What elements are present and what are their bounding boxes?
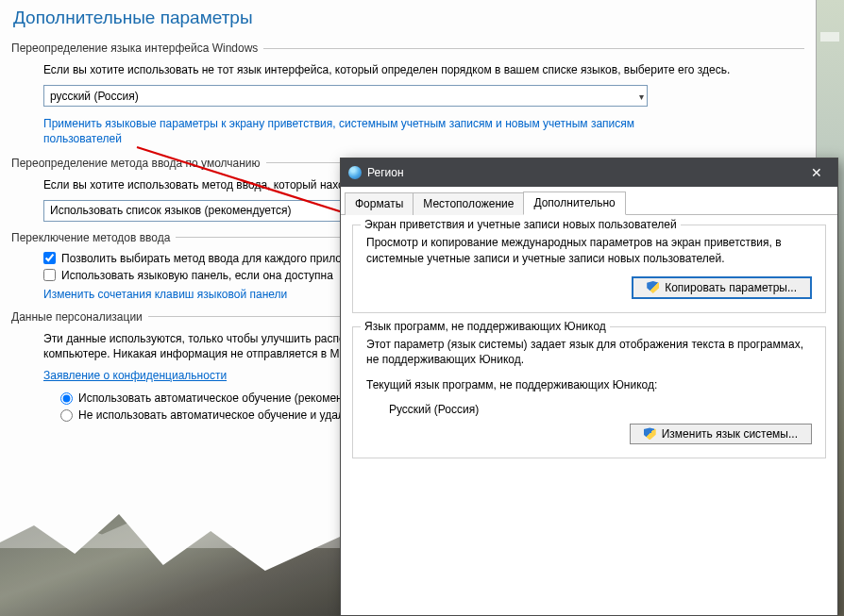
fieldset-non-unicode: Язык программ, не поддерживающих Юникод … bbox=[352, 326, 826, 458]
fieldset-text: Этот параметр (язык системы) задает язык… bbox=[366, 337, 812, 369]
fieldset-legend: Экран приветствия и учетные записи новых… bbox=[361, 218, 681, 231]
group-title: Данные персонализации bbox=[11, 310, 143, 324]
language-bar-checkbox[interactable] bbox=[43, 269, 56, 281]
dialog-body: Экран приветствия и учетные записи новых… bbox=[341, 215, 837, 615]
auto-learning-off-radio[interactable] bbox=[60, 409, 73, 422]
fieldset-welcome-screen: Экран приветствия и учетные записи новых… bbox=[352, 225, 826, 313]
shield-icon bbox=[644, 427, 656, 440]
button-label: Копировать параметры... bbox=[665, 281, 797, 294]
change-hotkeys-link[interactable]: Изменить сочетания клавиш языковой панел… bbox=[43, 288, 287, 301]
dialog-titlebar[interactable]: Регион ✕ bbox=[341, 158, 837, 187]
copy-settings-button[interactable]: Копировать параметры... bbox=[632, 276, 812, 299]
group-description: Если вы хотите использовать не тот язык … bbox=[43, 62, 770, 77]
page-title: Дополнительные параметры bbox=[13, 8, 804, 28]
privacy-statement-link[interactable]: Заявление о конфиденциальности bbox=[43, 369, 227, 382]
tab-formats[interactable]: Форматы bbox=[345, 192, 414, 215]
close-button[interactable]: ✕ bbox=[796, 158, 837, 187]
region-dialog: Регион ✕ Форматы Местоположение Дополнит… bbox=[340, 158, 838, 616]
fieldset-legend: Язык программ, не поддерживающих Юникод bbox=[361, 320, 610, 333]
dialog-title: Регион bbox=[367, 166, 404, 179]
apply-language-to-welcome-link[interactable]: Применить языковые параметры к экрану пр… bbox=[43, 117, 634, 145]
auto-learning-on-radio[interactable] bbox=[60, 392, 73, 405]
display-language-combo[interactable]: русский (Россия) bbox=[43, 85, 648, 107]
divider bbox=[263, 48, 804, 49]
group-title: Переопределение метода ввода по умолчани… bbox=[11, 157, 261, 170]
group-title: Переопределение языка интерфейса Windows bbox=[11, 42, 258, 55]
shield-icon bbox=[647, 281, 659, 293]
checkbox-label: Использовать языковую панель, если она д… bbox=[61, 269, 333, 282]
radio-label: Использовать автоматическое обучение (ре… bbox=[78, 391, 381, 405]
globe-icon bbox=[348, 166, 362, 179]
tab-advanced[interactable]: Дополнительно bbox=[523, 191, 625, 215]
default-input-method-combo[interactable]: Использовать список языков (рекомендуетс… bbox=[43, 200, 355, 222]
dialog-tabstrip: Форматы Местоположение Дополнительно bbox=[341, 187, 837, 215]
current-language-value: Русский (Россия) bbox=[389, 403, 812, 416]
group-title: Переключение методов ввода bbox=[11, 231, 170, 244]
tab-location[interactable]: Местоположение bbox=[413, 192, 524, 215]
wallpaper-mountains bbox=[0, 503, 340, 616]
per-app-input-checkbox[interactable] bbox=[43, 252, 56, 264]
button-label: Изменить язык системы... bbox=[662, 427, 798, 441]
close-icon: ✕ bbox=[811, 165, 822, 180]
group-display-language-override: Переопределение языка интерфейса Windows… bbox=[11, 42, 804, 147]
fieldset-text: Просмотр и копирование международных пар… bbox=[366, 235, 812, 267]
current-language-label: Текущий язык программ, не поддерживающих… bbox=[366, 377, 812, 393]
checkbox-label: Позволить выбирать метод ввода для каждо… bbox=[61, 252, 374, 265]
change-system-locale-button[interactable]: Изменить язык системы... bbox=[630, 424, 812, 444]
